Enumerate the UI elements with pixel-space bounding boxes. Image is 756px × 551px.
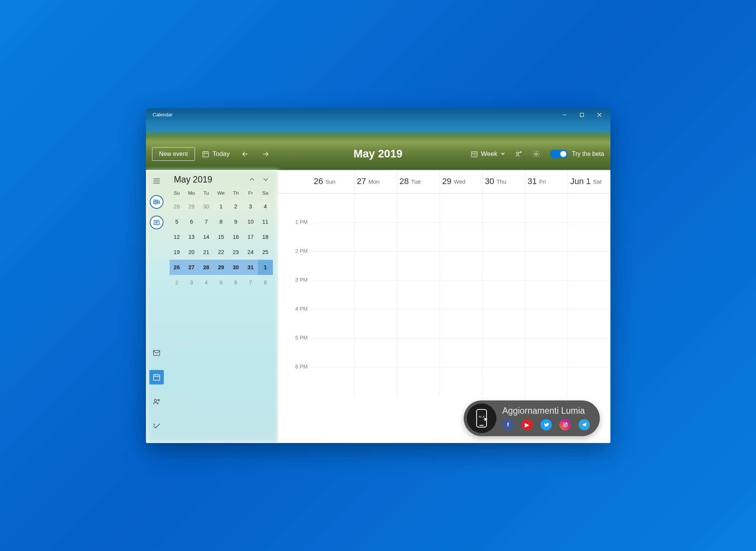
mini-day-cell[interactable]: 8 [258, 275, 273, 290]
week-cell[interactable] [397, 309, 439, 338]
mini-day-cell[interactable]: 25 [258, 245, 273, 260]
mini-day-cell[interactable]: 20 [184, 245, 199, 260]
mini-day-cell[interactable]: 6 [184, 214, 199, 229]
week-cell[interactable] [525, 194, 567, 222]
hamburger-button[interactable] [149, 174, 164, 188]
mini-day-cell[interactable]: 12 [170, 229, 184, 245]
beta-toggle[interactable] [550, 150, 567, 158]
week-cell[interactable] [567, 338, 610, 367]
today-button[interactable]: Today [202, 150, 230, 158]
close-button[interactable] [591, 108, 608, 121]
week-cell[interactable] [397, 194, 439, 222]
week-cell[interactable] [567, 222, 610, 251]
calendar-nav[interactable] [149, 370, 164, 384]
youtube-icon[interactable]: ▶ [521, 419, 533, 430]
mini-day-cell[interactable]: 18 [258, 229, 273, 245]
mini-day-cell[interactable]: 26 [170, 260, 184, 275]
maximize-button[interactable] [573, 108, 591, 121]
week-cell[interactable] [482, 338, 525, 367]
mini-next-month[interactable] [261, 175, 271, 184]
week-cell[interactable] [397, 367, 439, 396]
week-day-header[interactable]: 26Sun [312, 170, 354, 193]
mini-day-cell[interactable]: 22 [214, 245, 228, 260]
mini-day-cell[interactable]: 14 [199, 229, 214, 245]
mini-day-cell[interactable]: 24 [243, 245, 258, 260]
week-cell[interactable] [525, 251, 567, 280]
mini-day-cell[interactable]: 21 [199, 245, 214, 260]
mini-day-cell[interactable]: 4 [199, 275, 214, 290]
week-cell[interactable] [397, 280, 439, 309]
week-cell[interactable] [525, 280, 567, 309]
mini-day-cell[interactable]: 2 [170, 275, 184, 290]
week-day-header[interactable]: 28Tue [397, 170, 439, 193]
week-cell[interactable] [482, 280, 525, 309]
week-cell[interactable] [439, 280, 482, 309]
week-cell[interactable] [567, 194, 610, 222]
week-cell[interactable] [482, 251, 525, 280]
week-cell[interactable] [525, 222, 567, 251]
week-cell[interactable] [439, 194, 482, 222]
mini-day-cell[interactable]: 11 [258, 214, 273, 229]
mini-day-cell[interactable]: 29 [214, 260, 228, 275]
week-cell[interactable] [567, 251, 610, 280]
week-cell[interactable] [439, 367, 482, 396]
week-cell[interactable] [354, 194, 397, 222]
mini-day-cell[interactable]: 30 [199, 199, 214, 214]
mini-day-cell[interactable]: 19 [170, 245, 184, 260]
mini-day-cell[interactable]: 10 [243, 214, 258, 229]
mini-day-cell[interactable]: 5 [214, 275, 228, 290]
week-day-header[interactable]: 29Wed [439, 170, 482, 193]
mini-day-cell[interactable]: 7 [243, 275, 258, 290]
week-cell[interactable] [567, 367, 610, 396]
week-cell[interactable] [525, 367, 567, 396]
week-cell[interactable] [354, 309, 397, 338]
week-cell[interactable] [482, 194, 525, 222]
week-cell[interactable] [312, 194, 354, 222]
mini-day-cell[interactable]: 28 [170, 199, 184, 214]
week-cell[interactable] [439, 338, 482, 367]
week-cell[interactable] [439, 251, 482, 280]
week-cell[interactable] [567, 309, 610, 338]
mini-day-cell[interactable]: 8 [214, 214, 228, 229]
people-nav[interactable] [149, 394, 164, 409]
week-cell[interactable] [354, 367, 397, 396]
week-cell[interactable] [312, 222, 354, 251]
mini-day-cell[interactable]: 6 [228, 275, 243, 290]
mini-day-cell[interactable]: 3 [184, 275, 199, 290]
week-day-header[interactable]: Jun 1Sat [567, 170, 610, 193]
week-cell[interactable] [439, 309, 482, 338]
mini-day-cell[interactable]: 2 [228, 199, 243, 214]
week-cell[interactable] [397, 251, 439, 280]
share-button[interactable] [515, 150, 523, 158]
mini-day-cell[interactable]: 9 [228, 214, 243, 229]
mini-day-cell[interactable]: 5 [170, 214, 184, 229]
mini-day-cell[interactable]: 23 [228, 245, 243, 260]
week-cell[interactable] [482, 222, 525, 251]
minimize-button[interactable] [556, 108, 573, 121]
week-cell[interactable] [354, 222, 397, 251]
telegram-icon[interactable] [578, 419, 590, 430]
week-cell[interactable] [439, 222, 482, 251]
week-cell[interactable] [397, 222, 439, 251]
mini-day-cell[interactable]: 1 [258, 260, 273, 275]
todo-nav[interactable] [149, 419, 164, 433]
mail-nav[interactable] [149, 346, 164, 360]
week-cell[interactable] [525, 338, 567, 367]
mini-day-cell[interactable]: 1 [214, 199, 228, 214]
week-cell[interactable] [354, 251, 397, 280]
week-cell[interactable] [567, 280, 610, 309]
week-day-header[interactable]: 30Thu [482, 170, 525, 193]
mini-day-cell[interactable]: 27 [184, 260, 199, 275]
week-cell[interactable] [312, 338, 354, 367]
week-cell[interactable] [312, 367, 354, 396]
new-event-button[interactable]: New event [152, 147, 195, 161]
week-cell[interactable] [482, 367, 525, 396]
facebook-icon[interactable]: f [502, 419, 514, 430]
mini-day-cell[interactable]: 17 [243, 229, 258, 245]
week-cell[interactable] [312, 280, 354, 309]
view-selector[interactable]: Week [471, 150, 505, 158]
mini-day-cell[interactable]: 28 [199, 260, 214, 275]
mini-day-cell[interactable]: 3 [243, 199, 258, 214]
week-cell[interactable] [482, 309, 525, 338]
mini-prev-month[interactable] [247, 175, 257, 184]
